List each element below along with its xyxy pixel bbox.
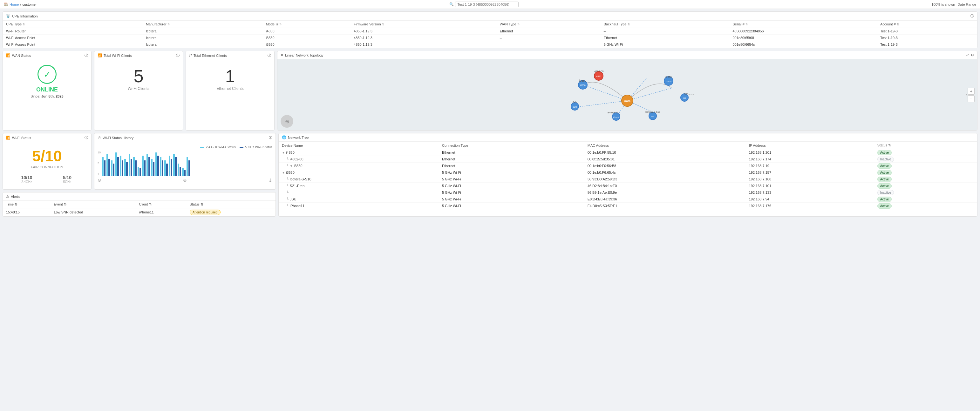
wifi-clients-body: 5 Wi-Fi Clients bbox=[94, 60, 183, 98]
bar-2g bbox=[146, 154, 148, 176]
cpe-account-cell: Test 1-19-3 bbox=[877, 28, 977, 35]
wan-icon: 📶 bbox=[6, 53, 11, 57]
col-cpe-type[interactable]: CPE Type ⇅ bbox=[3, 21, 143, 28]
bar-2g bbox=[186, 157, 188, 176]
cpe-info-icon[interactable]: ⓘ bbox=[970, 14, 974, 18]
col-manufacturer[interactable]: Manufacturer ⇅ bbox=[143, 21, 263, 28]
bar-2g bbox=[151, 159, 153, 176]
col-model[interactable]: Model # ⇅ bbox=[263, 21, 351, 28]
tree-ip: 192.168.7.133 bbox=[746, 189, 874, 196]
cpe-model-cell: i3550 bbox=[263, 41, 351, 48]
bar-group bbox=[160, 157, 163, 176]
cpe-card-header: 📡 CPE Information ⓘ bbox=[3, 12, 977, 21]
tree-mac: 46:D2:8d:B4:1a:F0 bbox=[584, 182, 746, 189]
home-link[interactable]: Home bbox=[10, 3, 19, 6]
topology-icon: ❋ bbox=[281, 53, 283, 57]
col-status[interactable]: Status ⇅ bbox=[186, 201, 275, 208]
map-navigation: ⊕ bbox=[281, 115, 293, 128]
search-input[interactable] bbox=[455, 2, 519, 7]
chart-download[interactable]: ⤓ bbox=[269, 178, 272, 182]
tree-status: Active bbox=[874, 203, 977, 209]
checkmark-icon: ✓ bbox=[43, 69, 51, 80]
col-firmware[interactable]: Firmware Version ⇅ bbox=[350, 21, 496, 28]
tree-status: Active bbox=[874, 176, 977, 182]
tree-conn-type: Ethernet bbox=[439, 163, 584, 169]
col-ip[interactable]: IP Address bbox=[746, 142, 874, 149]
cpe-model-cell: i3550 bbox=[263, 35, 351, 41]
ethernet-clients-card: ⇄ Total Ethernet Clients ⓘ 1 Ethernet Cl… bbox=[186, 51, 275, 130]
bar-2g bbox=[142, 156, 144, 176]
ethernet-clients-info-icon[interactable]: ⓘ bbox=[267, 53, 271, 58]
topology-card: ❋ Linear Network Topology ⤢ ⚙ bbox=[277, 51, 977, 130]
zoom-in-button[interactable]: + bbox=[967, 88, 975, 95]
bar-group bbox=[155, 152, 159, 176]
col-event[interactable]: Event ⇅ bbox=[51, 201, 136, 208]
bar-2g bbox=[115, 152, 117, 176]
wifi-2g-item: 10/10 2.4GHz bbox=[7, 173, 47, 186]
svg-text:i3550: i3550 bbox=[580, 84, 585, 86]
col-status[interactable]: Status ⇅ bbox=[874, 142, 977, 149]
col-wan[interactable]: WAN Type ⇅ bbox=[497, 21, 601, 28]
wan-status-body: ✓ ONLINE Since: Jun 8th, 2023 bbox=[3, 60, 91, 103]
col-time[interactable]: Time ⇅ bbox=[3, 201, 51, 208]
wifi-status-info-icon[interactable]: ⓘ bbox=[84, 135, 88, 140]
col-backhaul[interactable]: Backhaul Type ⇅ bbox=[601, 21, 730, 28]
bar-5g bbox=[148, 157, 150, 176]
chart-zoom-in[interactable]: ⊕ bbox=[183, 178, 187, 182]
cpe-backhaul-cell: Ethernet bbox=[601, 35, 730, 41]
tree-row: └Icotera-S-S10 5 GHz Wi-Fi 36:93:D0:A2:5… bbox=[279, 176, 977, 182]
wifi-sub-scores: 10/10 2.4GHz 5/10 5GHz bbox=[7, 173, 88, 186]
svg-text:i4882: i4882 bbox=[596, 75, 601, 78]
tree-device-name: └S21-Eren bbox=[279, 182, 439, 189]
tree-row: ▼i4850 Ethernet 00:1e:b0:FF:55:10 192.16… bbox=[279, 149, 977, 156]
cpe-table-header-row: CPE Type ⇅ Manufacturer ⇅ Model # ⇅ Firm… bbox=[3, 21, 977, 28]
topology-settings-icon[interactable]: ⚙ bbox=[971, 53, 974, 57]
bar-2g bbox=[160, 157, 161, 176]
tree-conn-type: 5 GHz Wi-Fi bbox=[439, 182, 584, 189]
col-account[interactable]: Account # ⇅ bbox=[877, 21, 977, 28]
wan-info-icon[interactable]: ⓘ bbox=[84, 53, 88, 58]
col-device-name[interactable]: Device Name bbox=[279, 142, 439, 149]
wifi-clients-header: 📶 Total Wi-Fi Clients ⓘ bbox=[94, 51, 183, 60]
top-navigation: 🏠 Home / customer 🔍 100% is shown Date R… bbox=[0, 0, 980, 9]
history-chart-actions: ⊖ ⊕ ⤓ bbox=[97, 176, 272, 182]
wifi-clients-info-icon[interactable]: ⓘ bbox=[176, 53, 180, 58]
svg-text:iPhone: iPhone bbox=[613, 116, 619, 118]
tree-mac: 00:1e:b0:F6:65:4c bbox=[584, 169, 746, 176]
expand-icon[interactable]: ▼ bbox=[282, 171, 285, 175]
col-mac[interactable]: MAC Address bbox=[584, 142, 746, 149]
map-zoom-controls: + − bbox=[967, 88, 975, 102]
bar-5g bbox=[162, 160, 163, 176]
wifi-history-header: ⏱ Wi-Fi Status History ⓘ bbox=[94, 133, 275, 142]
network-tree-header: 🌐 Network Tree bbox=[279, 133, 977, 142]
expand-icon[interactable]: ▼ bbox=[290, 164, 293, 168]
wifi-history-info-icon[interactable]: ⓘ bbox=[269, 135, 272, 140]
expand-icon[interactable]: ▼ bbox=[282, 151, 285, 154]
tree-status: Active bbox=[874, 196, 977, 203]
tree-status: Inactive bbox=[874, 189, 977, 196]
map-right-arrow[interactable]: › bbox=[966, 92, 967, 98]
bar-group bbox=[182, 168, 186, 176]
legend-2g: 2.4 GHz Wi-Fi Status bbox=[200, 146, 236, 149]
alert-status: Attention required bbox=[186, 208, 275, 216]
col-serial[interactable]: Serial # ⇅ bbox=[729, 21, 877, 28]
chart-zoom-out[interactable]: ⊖ bbox=[97, 178, 101, 182]
svg-text:i3550: i3550 bbox=[665, 76, 672, 78]
date-range-label[interactable]: Date Range bbox=[958, 3, 976, 6]
cpe-wan-cell: Ethernet bbox=[497, 28, 601, 35]
bar-5g bbox=[140, 168, 141, 176]
bar-group bbox=[164, 160, 168, 176]
wan-status-card: 📶 WAN Status ⓘ ✓ ONLINE Since: Jun 8th, … bbox=[3, 51, 92, 130]
col-client[interactable]: Client ⇅ bbox=[136, 201, 186, 208]
tree-status: Inactive bbox=[874, 156, 977, 163]
bar-5g bbox=[166, 163, 168, 176]
wifi-2g-score: 10/10 bbox=[9, 175, 45, 180]
breadcrumb-current: customer bbox=[22, 3, 37, 6]
zoom-out-button[interactable]: − bbox=[967, 95, 975, 102]
tree-ip: 192.168.7.94 bbox=[746, 196, 874, 203]
alert-event: Low SNR detected bbox=[51, 208, 136, 216]
col-conn-type[interactable]: Connection Type bbox=[439, 142, 584, 149]
wifi-5g-score: 5/10 bbox=[49, 175, 86, 180]
tree-conn-type: 5 GHz Wi-Fi bbox=[439, 196, 584, 203]
topology-expand-icon[interactable]: ⤢ bbox=[966, 53, 969, 57]
